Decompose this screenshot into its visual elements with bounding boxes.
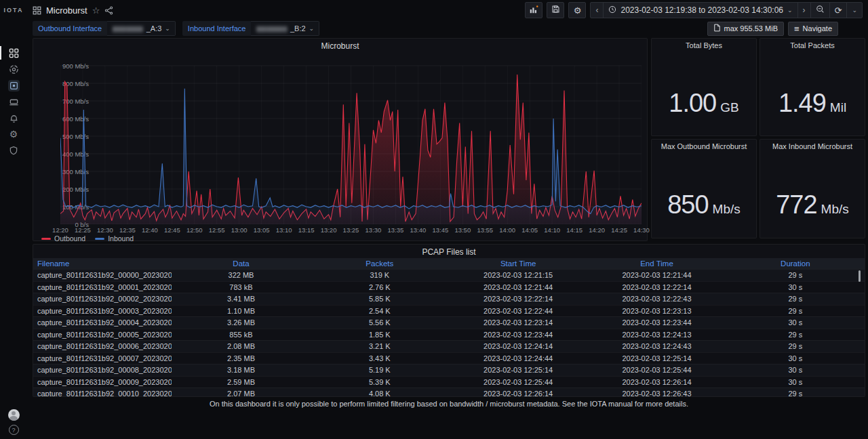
table-cell: 2.35 MB bbox=[172, 354, 310, 362]
inbound-interface-label: Inbound Interface bbox=[182, 21, 252, 36]
column-header-packets[interactable]: Packets bbox=[311, 259, 449, 268]
table-cell: 5.85 K bbox=[311, 295, 449, 303]
time-shift-forward-button[interactable]: › bbox=[798, 3, 811, 18]
column-header-end-time[interactable]: End Time bbox=[587, 259, 726, 268]
cell-filename: capture_801f12631b92_00001_2023020311214… bbox=[33, 283, 172, 291]
sidebar-item-admin[interactable] bbox=[0, 142, 27, 159]
x-tick-label: 14:10 bbox=[544, 226, 560, 234]
cell-filename: capture_801f12631b92_00010_2023020311261… bbox=[33, 390, 172, 397]
column-header-duration[interactable]: Duration bbox=[726, 259, 865, 268]
device-icon bbox=[9, 97, 19, 107]
cell-filename: capture_801f12631b92_00007_2023020311244… bbox=[33, 354, 172, 362]
table-cell: 3.21 K bbox=[311, 342, 449, 350]
table-cell: 29 s bbox=[726, 331, 865, 339]
table-row: capture_801f12631b92_00004_2023020311231… bbox=[33, 316, 865, 329]
x-tick-label: 13:20 bbox=[321, 226, 337, 234]
refresh-button[interactable]: ⟳ bbox=[830, 3, 848, 18]
table-cell: 2023-02-03 12:21:15 bbox=[449, 271, 587, 279]
x-tick-label: 13:40 bbox=[410, 226, 426, 234]
cell-filename: capture_801f12631b92_00003_2023020311224… bbox=[33, 307, 172, 315]
sidebar-item-alerts[interactable] bbox=[0, 110, 27, 126]
share-icon[interactable] bbox=[104, 6, 113, 15]
table-cell: 29 s bbox=[726, 295, 865, 303]
save-dashboard-button[interactable] bbox=[547, 2, 564, 18]
variable-outbound-interface: Outbound Interface ▮▮▮▮▮▮▮▮▮_A:3 ⌄ bbox=[33, 21, 176, 36]
total-packets-panel: Total Packets 1.49Mil bbox=[760, 38, 865, 136]
column-header-data[interactable]: Data bbox=[172, 259, 310, 268]
refresh-icon: ⟳ bbox=[835, 5, 842, 16]
table-cell: 1.10 MB bbox=[172, 307, 310, 315]
x-tick-label: 13:15 bbox=[298, 226, 315, 234]
x-tick-label: 13:00 bbox=[231, 226, 248, 234]
table-cell: 2023-02-03 12:22:14 bbox=[587, 283, 726, 291]
table-cell: 4.08 K bbox=[311, 390, 449, 397]
chart-plot-area[interactable] bbox=[60, 63, 642, 224]
table-cell: 319 K bbox=[311, 271, 449, 279]
add-panel-button[interactable] bbox=[525, 2, 542, 18]
inbound-interface-select[interactable]: ▮▮▮▮▮▮▮▮▮_B:2 ⌄ bbox=[251, 21, 319, 36]
table-cell: 783 kB bbox=[172, 283, 310, 291]
x-tick-label: 14:05 bbox=[521, 226, 538, 234]
star-icon[interactable]: ☆ bbox=[92, 6, 100, 15]
sidebar-item-capture[interactable] bbox=[0, 77, 27, 93]
sidebar-item-analysis[interactable] bbox=[0, 61, 27, 77]
table-cell: 2023-02-03 12:21:44 bbox=[449, 283, 587, 291]
x-tick-label: 13:25 bbox=[343, 226, 359, 234]
submenu-row: Outbound Interface ▮▮▮▮▮▮▮▮▮_A:3 ⌄ Inbou… bbox=[27, 21, 868, 36]
dashboard-settings-button[interactable]: ⚙ bbox=[568, 2, 586, 18]
outbound-interface-select[interactable]: ▮▮▮▮▮▮▮▮▮_A:3 ⌄ bbox=[107, 21, 176, 36]
table-body: capture_801f12631b92_00000_2023020311211… bbox=[33, 269, 865, 397]
table-header-row: FilenameDataPacketsStart TimeEnd TimeDur… bbox=[33, 258, 865, 269]
table-cell: 1.85 K bbox=[311, 331, 449, 339]
zoom-out-icon bbox=[816, 5, 825, 16]
sidebar: IOTA ⚙ ? bbox=[0, 0, 27, 439]
navigate-button[interactable]: ≡ Navigate bbox=[788, 22, 838, 36]
x-tick-label: 14:25 bbox=[611, 226, 627, 234]
sidebar-item-dashboards[interactable] bbox=[0, 45, 27, 61]
x-tick-label: 14:00 bbox=[499, 226, 515, 234]
help-icon[interactable]: ? bbox=[9, 425, 19, 435]
sidebar-item-device[interactable] bbox=[0, 93, 27, 110]
x-tick-label: 13:45 bbox=[432, 226, 448, 234]
microburst-chart-panel: Microburst 900 Mb/s800 Mb/s700 Mb/s600 M… bbox=[33, 38, 648, 241]
table-cell: 2023-02-03 12:23:44 bbox=[449, 331, 587, 339]
refresh-interval-dropdown[interactable]: ⌄ bbox=[847, 3, 862, 18]
x-tick-label: 13:05 bbox=[254, 226, 270, 234]
table-cell: 29 s bbox=[726, 342, 865, 350]
x-tick-label: 12:30 bbox=[97, 226, 113, 234]
column-header-start-time[interactable]: Start Time bbox=[449, 259, 587, 268]
time-range-text: 2023-02-03 12:19:38 to 2023-02-03 14:30:… bbox=[620, 5, 783, 15]
legend-item-inbound[interactable]: Inbound bbox=[95, 234, 134, 243]
stat-value: 850 bbox=[667, 190, 708, 220]
table-cell: 2023-02-03 12:24:13 bbox=[587, 331, 726, 339]
table-cell: 2.76 K bbox=[311, 283, 449, 291]
capture-icon bbox=[8, 80, 20, 91]
user-avatar[interactable] bbox=[8, 409, 20, 421]
iota-logo[interactable]: IOTA bbox=[0, 0, 27, 20]
table-cell: 2023-02-03 12:22:43 bbox=[587, 295, 726, 303]
time-shift-back-button[interactable]: ‹ bbox=[591, 3, 604, 18]
table-cell: 2023-02-03 12:26:14 bbox=[587, 378, 726, 386]
max-size-button[interactable]: max 955.53 MiB bbox=[707, 22, 784, 36]
table-cell: 2023-02-03 12:22:14 bbox=[449, 295, 587, 303]
stat-value: 1.00 bbox=[669, 89, 716, 118]
legend-item-outbound[interactable]: Outbound bbox=[41, 234, 85, 243]
table-cell: 5.39 K bbox=[311, 378, 449, 386]
stat-title: Max Outbound Microburst bbox=[652, 140, 756, 153]
zoom-out-button[interactable] bbox=[811, 3, 830, 18]
x-tick-label: 13:10 bbox=[276, 226, 292, 234]
x-tick-label: 13:35 bbox=[388, 226, 404, 234]
table-row: capture_801f12631b92_00006_2023020311241… bbox=[33, 340, 865, 352]
table-scrollbar[interactable] bbox=[859, 270, 861, 282]
time-range-picker[interactable]: 2023-02-03 12:19:38 to 2023-02-03 14:30:… bbox=[604, 3, 797, 18]
dashboards-grid-icon bbox=[9, 48, 19, 58]
dashboard-title[interactable]: Microburst bbox=[46, 5, 87, 16]
stat-value: 1.49 bbox=[778, 89, 826, 118]
dashboard-grid-icon[interactable] bbox=[33, 6, 41, 15]
column-header-filename[interactable]: Filename bbox=[33, 259, 172, 268]
x-tick-label: 12:50 bbox=[186, 226, 203, 234]
sidebar-item-settings[interactable]: ⚙ bbox=[0, 126, 27, 142]
table-row: capture_801f12631b92_00009_2023020311254… bbox=[33, 376, 865, 388]
table-cell: 322 MB bbox=[172, 271, 310, 279]
table-row: capture_801f12631b92_00003_2023020311224… bbox=[33, 305, 865, 317]
